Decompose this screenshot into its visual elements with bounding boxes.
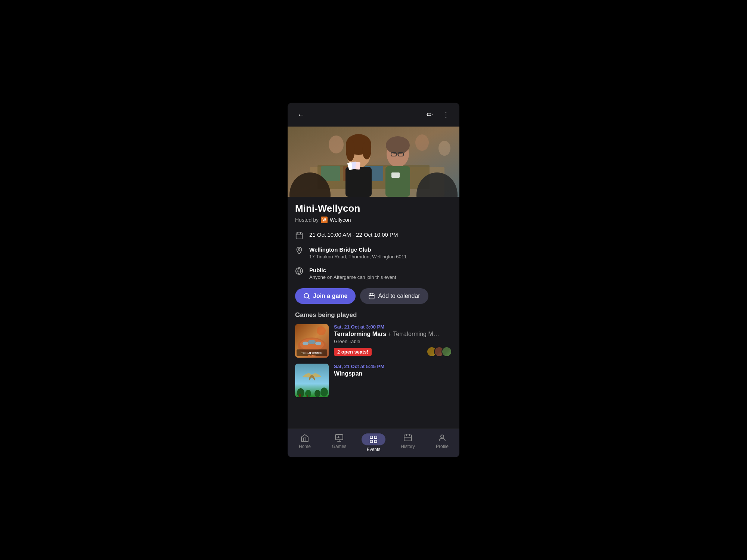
nav-games-label: Games [332, 444, 347, 449]
game-card-1[interactable]: TERRAFORMING MARS Sat, 21 Oct at 3:00 PM… [295, 324, 452, 358]
svg-rect-20 [391, 172, 400, 178]
svg-rect-26 [355, 162, 360, 170]
game-row-bottom-1: 2 open seats! [334, 346, 452, 357]
game-card-2[interactable]: Sat, 21 Oct at 5:45 PM Wingspan [295, 364, 452, 397]
history-icon-wrap [403, 433, 412, 442]
edit-button[interactable]: ✏ [423, 108, 436, 121]
hosted-by-row: Hosted by W Wellycon [295, 217, 452, 223]
nav-events[interactable]: Events [356, 432, 391, 454]
nav-home[interactable]: Home [288, 432, 322, 454]
nav-home-label: Home [299, 444, 311, 449]
visibility-row: Public Anyone on Aftergame can join this… [295, 266, 452, 281]
add-to-calendar-button[interactable]: Add to calendar [360, 288, 428, 304]
location-icon [295, 246, 304, 255]
game-thumbnail-2 [295, 364, 329, 397]
date-text: 21 Oct 10:00 AM - 22 Oct 10:00 PM [309, 231, 398, 239]
svg-point-54 [314, 390, 320, 397]
player-avatars-1 [427, 346, 452, 357]
svg-point-11 [346, 139, 355, 161]
svg-rect-36 [369, 294, 375, 299]
svg-text:MARS: MARS [308, 354, 316, 357]
top-bar: ← ✏ ⋮ [288, 103, 459, 127]
more-button[interactable]: ⋮ [439, 108, 453, 121]
svg-rect-67 [374, 440, 377, 443]
visibility-text: Public Anyone on Aftergame can join this… [309, 266, 396, 281]
terraforming-thumb-svg: TERRAFORMING MARS [295, 324, 329, 358]
date-row: 21 Oct 10:00 AM - 22 Oct 10:00 PM [295, 231, 452, 240]
svg-rect-27 [296, 233, 303, 239]
seats-badge-1: 2 open seats! [334, 348, 372, 356]
svg-point-72 [441, 435, 444, 438]
top-bar-right: ✏ ⋮ [423, 108, 453, 121]
svg-rect-66 [370, 440, 373, 443]
hero-image [288, 122, 459, 197]
nav-events-label: Events [367, 447, 381, 452]
nav-games[interactable]: Games [322, 432, 356, 454]
join-game-button[interactable]: Join a game [295, 288, 356, 304]
svg-point-43 [303, 342, 309, 345]
game-datetime-2: Sat, 21 Oct at 5:45 PM [334, 364, 452, 369]
game-info-1: Sat, 21 Oct at 3:00 PM Terraforming Mars… [334, 324, 452, 357]
svg-point-31 [298, 249, 300, 251]
event-title: Mini-Wellycon [295, 203, 452, 214]
games-icon-wrap [335, 433, 344, 442]
svg-point-21 [329, 136, 344, 153]
svg-point-15 [386, 136, 410, 154]
home-icon-wrap [300, 433, 309, 442]
game-name-1: Terraforming Mars + Terraforming M… [334, 331, 452, 337]
wingspan-thumb-svg [295, 364, 329, 397]
nav-history[interactable]: History [391, 432, 425, 454]
svg-rect-64 [370, 436, 373, 439]
content-area: Mini-Wellycon Hosted by W Wellycon 21 Oc… [288, 197, 459, 429]
svg-rect-19 [385, 166, 410, 197]
game-info-2: Sat, 21 Oct at 5:45 PM Wingspan [334, 364, 452, 378]
events-icon [369, 435, 378, 444]
events-icon-wrap [362, 433, 385, 445]
back-button[interactable]: ← [294, 108, 308, 121]
location-row: Wellington Bridge Club 17 Tinakori Road,… [295, 246, 452, 260]
nav-profile-label: Profile [436, 444, 449, 449]
svg-point-46 [317, 326, 326, 335]
history-icon [403, 433, 412, 442]
avatar-3 [441, 346, 452, 357]
svg-rect-68 [404, 435, 412, 441]
svg-rect-65 [374, 436, 377, 439]
nav-profile[interactable]: Profile [425, 432, 459, 454]
search-icon [303, 293, 310, 299]
host-logo: W [321, 217, 328, 223]
profile-icon [438, 433, 447, 442]
nav-history-label: History [401, 444, 415, 449]
hosted-by-prefix: Hosted by [295, 217, 319, 223]
host-name: Wellycon [330, 217, 351, 223]
hero-svg [288, 122, 459, 197]
games-icon [335, 433, 344, 442]
svg-rect-56 [299, 394, 301, 397]
game-name-2: Wingspan [334, 370, 452, 377]
phone-container: ← ✏ ⋮ [288, 103, 459, 457]
game-datetime-1: Sat, 21 Oct at 3:00 PM [334, 324, 452, 330]
svg-rect-13 [345, 167, 372, 197]
profile-icon-wrap [438, 433, 447, 442]
svg-rect-57 [307, 395, 308, 397]
globe-icon [295, 267, 304, 275]
location-text: Wellington Bridge Club 17 Tinakori Road,… [309, 246, 407, 260]
svg-point-45 [315, 342, 321, 345]
game-table-1: Green Table [334, 339, 452, 344]
svg-point-44 [308, 340, 316, 344]
svg-point-12 [362, 141, 371, 159]
calendar-add-icon [368, 293, 375, 299]
svg-line-35 [308, 298, 309, 299]
game-thumbnail-1: TERRAFORMING MARS [295, 324, 329, 358]
svg-point-22 [415, 134, 429, 151]
svg-text:TERRAFORMING: TERRAFORMING [301, 352, 323, 354]
svg-point-55 [320, 388, 328, 396]
games-section-title: Games being played [295, 311, 452, 319]
bottom-nav: Home Games [288, 429, 459, 457]
home-icon [300, 433, 309, 442]
action-buttons: Join a game Add to calendar [295, 288, 452, 304]
svg-point-23 [438, 141, 450, 156]
calendar-icon [295, 231, 304, 240]
